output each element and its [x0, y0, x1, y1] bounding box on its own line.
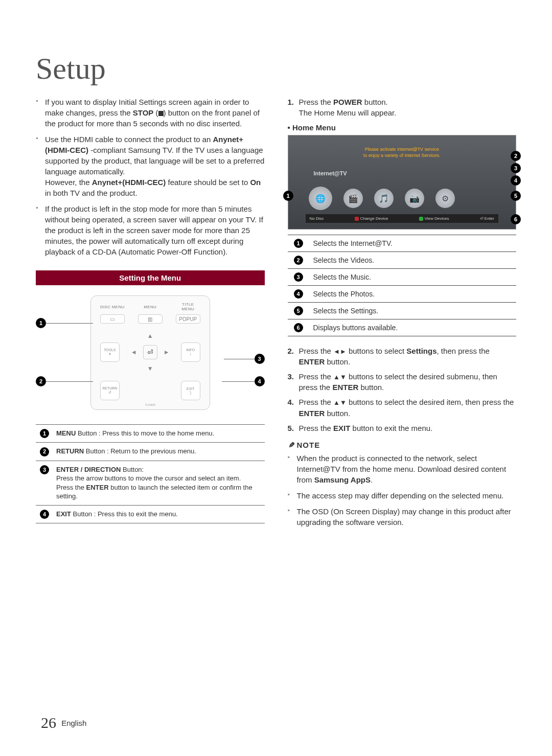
note-1: When the product is connected to the net… — [288, 453, 517, 485]
green-button-icon — [419, 217, 423, 221]
internet-tv-label: Internet@TV — [314, 170, 347, 176]
section-heading: Setting the Menu — [36, 270, 265, 285]
step-3: 3. Press the ▲▼ buttons to select the de… — [288, 371, 517, 393]
music-icon: 🎵 — [374, 189, 394, 208]
step-5: 5. Press the EXIT button to exit the men… — [288, 423, 517, 433]
table-row: 2Selects the Videos. — [288, 252, 517, 269]
home-menu-heading: • Home Menu — [288, 123, 517, 132]
page-language: English — [61, 719, 86, 727]
title-menu-button: POPUP — [176, 314, 200, 324]
left-column: If you want to display Initial Settings … — [36, 97, 265, 533]
arrow-up-icon: ▲ — [144, 330, 156, 342]
enter-button: ⏎ — [143, 345, 157, 359]
exit-button: EXIT⤵ — [181, 381, 200, 400]
note-bullets: When the product is connected to the net… — [288, 453, 517, 528]
remote-legend-table: 1 MENU Button : Press this to move to th… — [36, 424, 265, 523]
callout-3: 3 — [255, 354, 265, 364]
table-row: 3Selects the Music. — [288, 269, 517, 286]
table-row: 1Selects the Internet@TV. — [288, 235, 517, 252]
page-title: Setup — [36, 51, 516, 86]
step-2: 2. Press the ◄► buttons to select Settin… — [288, 346, 517, 367]
page-number: 26 — [41, 714, 56, 731]
img-callout-3: 3 — [511, 163, 521, 173]
table-row: 6Displays buttons available. — [288, 319, 517, 336]
img-callout-4: 4 — [511, 175, 521, 186]
remote-diagram: 1 3 2 4 DISC MENU MENU TITLE MENU ▭ ▥ — [36, 285, 265, 415]
callout-4: 4 — [255, 376, 265, 386]
return-button: RETURN↺ — [100, 381, 120, 400]
table-row: 4Selects the Photos. — [288, 286, 517, 303]
table-row: 5Selects the Settings. — [288, 303, 517, 319]
arrow-left-icon: ◄ — [128, 346, 140, 358]
bullet-3: If the product is left in the stop mode … — [36, 203, 265, 257]
callout-1: 1 — [36, 318, 46, 328]
table-row: 3 ENTER / DIRECTION Button: Press the ar… — [36, 461, 265, 505]
page: Setup If you want to display Initial Set… — [0, 0, 552, 756]
note-heading: NOTE — [288, 441, 517, 450]
step-4: 4. Press the ▲▼ buttons to select the de… — [288, 397, 517, 418]
home-bottom-bar: No Disc Change Device View Devices ⏎ Ent… — [306, 214, 499, 223]
note-2: The access step may differ depending on … — [288, 490, 517, 501]
steps-list: 1. Press the POWER button. The Home Menu… — [288, 97, 517, 118]
tools-button: TOOLS✦ — [100, 342, 120, 362]
table-row: 2 RETURN Button : Return to the previous… — [36, 443, 265, 461]
right-column: 1. Press the POWER button. The Home Menu… — [288, 97, 517, 533]
bullet-1: If you want to display Initial Settings … — [36, 97, 265, 129]
img-callout-5: 5 — [511, 191, 521, 201]
home-legend-table: 1Selects the Internet@TV. 2Selects the V… — [288, 235, 517, 336]
img-callout-6: 6 — [511, 214, 521, 224]
internet-tv-icon: 🌐 — [309, 187, 332, 210]
home-menu-screenshot: Please activate Internet@TV service to e… — [288, 135, 517, 230]
step-1: 1. Press the POWER button. The Home Menu… — [288, 97, 517, 118]
home-icons-row: 🌐 🎬 🎵 📷 ⚙ — [309, 187, 496, 210]
callout-2: 2 — [36, 376, 46, 386]
settings-icon: ⚙ — [435, 189, 455, 208]
enter-icon: ⏎ — [480, 216, 485, 221]
arrow-down-icon: ▼ — [144, 362, 156, 375]
table-row: 1 MENU Button : Press this to move to th… — [36, 425, 265, 443]
intro-bullets: If you want to display Initial Settings … — [36, 97, 265, 257]
menu-button: ▥ — [138, 314, 163, 324]
note-3: The OSD (On Screen Display) may change i… — [288, 506, 517, 528]
content-columns: If you want to display Initial Settings … — [36, 97, 516, 533]
img-callout-2: 2 — [511, 151, 521, 161]
activation-message: Please activate Internet@TV service to e… — [342, 147, 461, 158]
red-button-icon — [355, 217, 359, 221]
table-row: 4 EXIT Button : Press this to exit the m… — [36, 506, 265, 523]
videos-icon: 🎬 — [343, 189, 363, 208]
steps-list-2: 2. Press the ◄► buttons to select Settin… — [288, 346, 517, 433]
bullet-2: Use the HDMI cable to connect the produc… — [36, 134, 265, 198]
stop-icon — [158, 111, 164, 116]
photos-icon: 📷 — [405, 189, 424, 208]
info-button: INFOi — [181, 342, 200, 362]
remote-body: DISC MENU MENU TITLE MENU ▭ ▥ POPUP TOOL… — [90, 295, 210, 410]
page-footer: 26 English — [41, 714, 86, 731]
arrow-right-icon: ► — [160, 346, 173, 358]
img-callout-1: 1 — [283, 191, 293, 201]
dpad: ▲ ▼ ◄ ► ⏎ — [125, 327, 176, 378]
disc-menu-button: ▭ — [100, 314, 125, 324]
